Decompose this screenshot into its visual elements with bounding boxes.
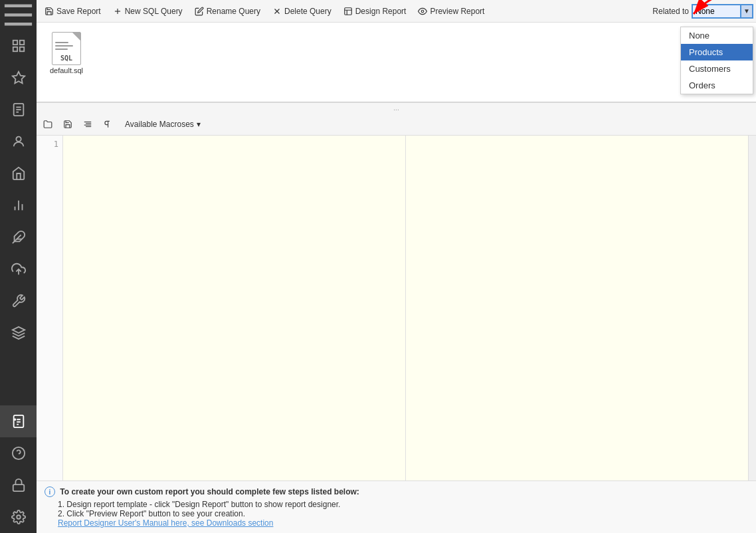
sidebar-item-reports[interactable] (0, 94, 37, 126)
sidebar-item-favorites[interactable] (0, 62, 37, 94)
sidebar-item-upload[interactable] (0, 253, 37, 285)
save-icon (45, 7, 54, 16)
sidebar-item-user[interactable] (0, 126, 37, 158)
sidebar-item-layers[interactable] (0, 317, 37, 349)
svg-marker-7 (12, 72, 24, 83)
rename-query-button[interactable]: Rename Query (189, 3, 266, 20)
dropdown-option-none[interactable]: None (681, 27, 753, 44)
sidebar-item-help[interactable] (0, 437, 37, 469)
svg-rect-5 (13, 47, 17, 51)
sort-icon (83, 120, 92, 129)
sidebar-item-custom-reports[interactable] (0, 405, 37, 437)
bottom-info-header: i To create your own custom report you s… (45, 486, 748, 497)
code-editor-right[interactable] (406, 136, 748, 480)
svg-rect-30 (344, 7, 351, 15)
sql-file-icon: SQL (52, 32, 81, 65)
design-icon (343, 7, 353, 16)
dropdown-option-orders[interactable]: Orders (681, 77, 753, 94)
svg-rect-24 (13, 484, 24, 491)
svg-rect-6 (19, 47, 23, 51)
file-name-label: default.sql (50, 66, 83, 74)
line-number-1: 1 (37, 138, 58, 150)
save-file-icon (63, 120, 72, 129)
icon-corner (72, 33, 80, 41)
macros-dropdown-arrow: ▾ (197, 120, 201, 129)
available-macroses-button[interactable]: Available Macroses ▾ (119, 116, 207, 132)
x-icon (272, 7, 282, 16)
line-numbers: 1 (37, 136, 63, 480)
sidebar-item-tools[interactable] (0, 285, 37, 317)
info-icon: i (45, 486, 55, 497)
open-folder-icon (43, 120, 52, 129)
svg-point-25 (17, 515, 21, 519)
related-to-label: Related to (652, 7, 689, 16)
sidebar (0, 0, 37, 533)
related-to-input[interactable] (692, 4, 741, 19)
sql-text: SQL (60, 54, 72, 62)
sidebar-bottom (0, 405, 37, 533)
related-to-section: Related to ▼ None Products Customers Ord… (650, 4, 753, 19)
sidebar-item-lock[interactable] (0, 469, 37, 501)
sidebar-item-chart[interactable] (0, 189, 37, 221)
related-to-dropdown-menu: None Products Customers Orders (680, 27, 753, 94)
delete-query-button[interactable]: Delete Query (267, 3, 337, 20)
svg-rect-3 (13, 41, 17, 45)
sort-lines-button[interactable] (79, 116, 96, 132)
dropdown-option-products[interactable]: Products (681, 44, 753, 60)
design-report-button[interactable]: Design Report (338, 3, 412, 20)
plus-icon (113, 7, 122, 16)
file-area: SQL default.sql (37, 23, 756, 102)
save-file-button[interactable] (59, 116, 76, 132)
preview-icon (418, 7, 427, 16)
svg-rect-4 (19, 41, 23, 45)
paragraph-button[interactable] (99, 116, 116, 132)
open-folder-button[interactable] (39, 116, 56, 132)
sidebar-item-store[interactable] (0, 158, 37, 189)
bottom-info-step2: 2. Click "Preview Report" button to see … (58, 509, 748, 518)
editor-area: 1 (37, 136, 756, 480)
edit-icon (195, 7, 204, 16)
svg-point-12 (16, 137, 21, 142)
bottom-info-step1: 1. Design report template - click "Desig… (58, 500, 748, 509)
preview-report-button[interactable]: Preview Report (413, 3, 490, 20)
bottom-info-bar: i To create your own custom report you s… (37, 480, 756, 533)
sidebar-item-settings[interactable] (0, 501, 37, 533)
icon-lines (55, 42, 78, 52)
main-content: Save Report New SQL Query Rename Query D… (37, 0, 756, 533)
svg-point-31 (422, 10, 425, 13)
editor-toolbar: Available Macroses ▾ (37, 113, 756, 136)
dropdown-option-customers[interactable]: Customers (681, 60, 753, 77)
save-report-button[interactable]: Save Report (39, 3, 106, 20)
svg-point-21 (14, 419, 15, 420)
new-sql-query-button[interactable]: New SQL Query (108, 3, 188, 20)
sidebar-item-dashboard[interactable] (0, 30, 37, 62)
paragraph-icon (103, 120, 112, 129)
related-to-dropdown-button[interactable]: ▼ (741, 4, 753, 19)
resize-handle[interactable]: ... (37, 102, 756, 113)
file-item-default-sql[interactable]: SQL default.sql (43, 29, 90, 77)
svg-marker-19 (12, 327, 24, 333)
editor-scrollbar[interactable] (748, 136, 756, 480)
bottom-info-link[interactable]: Report Designer User's Manual here, see … (58, 518, 273, 528)
toolbar: Save Report New SQL Query Rename Query D… (37, 0, 756, 23)
hamburger-button[interactable] (0, 0, 37, 30)
code-editor-left[interactable] (63, 136, 406, 480)
sidebar-item-puzzle[interactable] (0, 221, 37, 253)
info-header-text: To create your own custom report you sho… (60, 487, 359, 496)
